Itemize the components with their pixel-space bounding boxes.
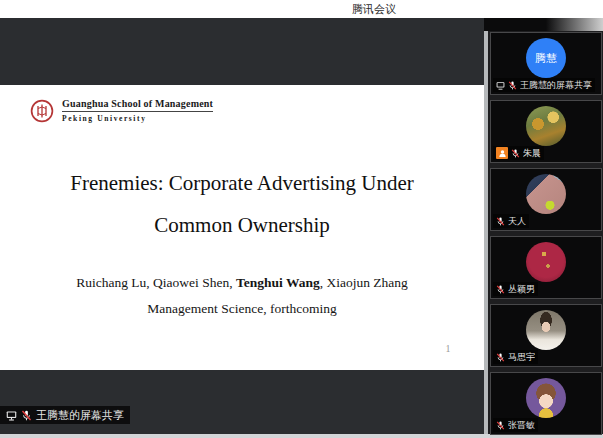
participant-name: 马思宇 [508, 351, 535, 364]
participant-name-bar: 天人 [493, 214, 529, 228]
meeting-window: 腾讯会议 Guanghua School of Management Pekin… [0, 0, 603, 438]
app-title: 腾讯会议 [352, 2, 396, 17]
mic-muted-icon [508, 81, 517, 90]
slide-venue: Management Science, forthcoming [0, 301, 484, 317]
avatar [526, 310, 566, 350]
participant-name: 朱晨 [523, 147, 541, 160]
participant-name: 丛颖男 [508, 283, 535, 296]
participant-name-bar: 张晋敏 [493, 418, 538, 432]
mic-muted-icon [21, 410, 32, 421]
panel-top-sheen [484, 18, 603, 31]
mic-muted-icon [496, 353, 505, 362]
mic-muted-icon [496, 421, 505, 430]
participant-name: 张晋敏 [508, 419, 535, 432]
logo-institution: Guanghua School of Management [62, 98, 213, 112]
slide-title-line2: Common Ownership [0, 213, 484, 238]
university-logo: Guanghua School of Management Peking Uni… [30, 98, 213, 123]
screen-share-icon [6, 410, 17, 421]
avatar: 腾慧 [526, 38, 566, 78]
screen-share-banner: 王腾慧的屏幕共享 [0, 406, 130, 424]
mic-muted-icon [496, 217, 505, 226]
participants-scrollbar[interactable] [484, 31, 488, 434]
participant-name-bar: 王腾慧的屏幕共享 [493, 78, 595, 92]
participant-tile-zhuchen[interactable]: 朱晨 [490, 100, 602, 163]
participant-name-bar: 丛颖男 [493, 282, 538, 296]
screen-share-banner-label: 王腾慧的屏幕共享 [36, 408, 124, 423]
participant-name-bar: 朱晨 [493, 146, 544, 160]
participant-tile-tenghui[interactable]: 腾慧 王腾慧的屏幕共享 [490, 32, 602, 95]
participant-tile-masiyu[interactable]: 马思宇 [490, 304, 602, 367]
avatar [526, 174, 566, 214]
participant-name: 王腾慧的屏幕共享 [520, 79, 592, 92]
mic-muted-icon [496, 285, 505, 294]
participant-tile-congyingnan[interactable]: 丛颖男 [490, 236, 602, 299]
avatar [526, 242, 566, 282]
slide-title-line1: Frenemies: Corporate Advertising Under [0, 171, 484, 196]
participants-panel: 腾慧 王腾慧的屏幕共享 [484, 18, 603, 434]
slide-authors: Ruichang Lu, Qiaowei Shen, Tenghui Wang,… [0, 275, 484, 291]
logo-university: Peking University [62, 114, 213, 123]
participant-name-bar: 马思宇 [493, 350, 538, 364]
slide-page-number: 1 [440, 343, 456, 354]
window-title-bar: 腾讯会议 [0, 0, 603, 18]
participant-name: 天人 [508, 215, 526, 228]
avatar [526, 106, 566, 146]
authors-highlight: Tenghui Wang [236, 275, 320, 290]
screen-share-icon [496, 81, 505, 90]
peking-university-seal-icon [30, 99, 54, 123]
logo-text: Guanghua School of Management Peking Uni… [62, 98, 213, 123]
host-badge-icon [496, 147, 508, 159]
authors-suffix: , Xiaojun Zhang [320, 275, 408, 290]
authors-prefix: Ruichang Lu, Qiaowei Shen, [76, 275, 236, 290]
mic-muted-icon [511, 149, 520, 158]
participant-tile-tianren[interactable]: 天人 [490, 168, 602, 231]
avatar-initials: 腾慧 [535, 51, 557, 66]
avatar [526, 378, 566, 418]
shared-slide: Guanghua School of Management Peking Uni… [0, 85, 484, 370]
participant-tile-zhangjinmin[interactable]: 张晋敏 [490, 372, 602, 435]
